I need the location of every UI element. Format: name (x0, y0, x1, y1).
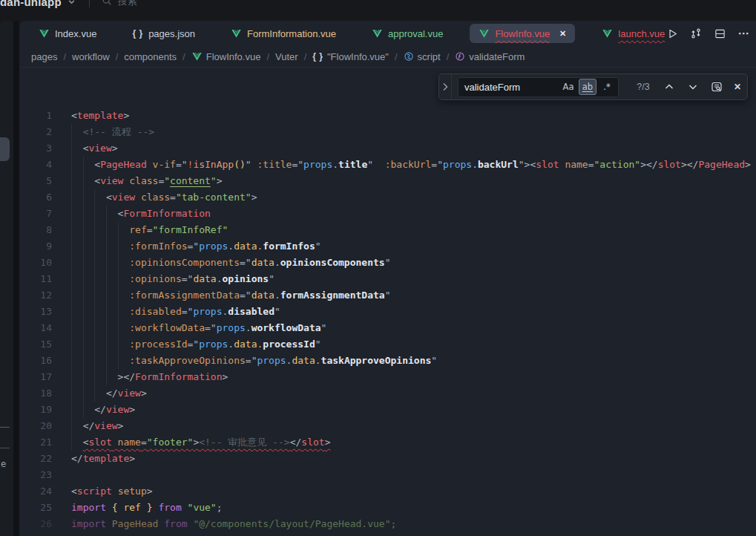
breadcrumb-item-workflow[interactable]: workflow (72, 51, 110, 62)
breadcrumb-item--flowinfo-vue-[interactable]: { }"FlowInfo.vue" (312, 51, 389, 62)
indent-guide (94, 189, 95, 206)
tab-flowinfo-vue[interactable]: FlowInfo.vue✕ (470, 24, 575, 43)
indent-guide (83, 222, 84, 238)
regex-icon[interactable]: .* (598, 79, 616, 95)
prev-match-icon[interactable] (662, 79, 677, 94)
code-line: 18</view> (19, 385, 756, 402)
indent-guide (71, 369, 72, 385)
indent-guide (118, 353, 119, 369)
tab-label: launch.vue (618, 28, 665, 39)
indent-guide (83, 385, 84, 402)
indent-guide (71, 238, 72, 255)
code-line: 7<FormInformation (19, 206, 756, 222)
whole-word-icon[interactable]: ab (579, 79, 596, 95)
code-line: 19</view> (19, 402, 756, 418)
code-line: 10:opinionsComponents="data.opinionsComp… (19, 255, 756, 271)
indent-guide (71, 189, 72, 206)
vue-icon (479, 28, 490, 39)
breadcrumb-item-pages[interactable]: pages (31, 51, 57, 62)
find-expand-icon[interactable] (439, 74, 452, 99)
indent-guide (118, 304, 119, 320)
project-name[interactable]: dan-uniapp (0, 0, 62, 8)
vue-icon (39, 28, 50, 39)
code-line: 5<view class="content"> (19, 173, 756, 189)
code-line: 17></FormInformation> (19, 369, 756, 385)
breadcrumb-label: Vuter (275, 51, 298, 62)
indent-guide (83, 320, 84, 336)
tab-forminformation-vue[interactable]: FormInformation.vue (222, 24, 345, 43)
line-number: 18 (19, 385, 55, 402)
code-area: 1<template>2<!-- 流程 -->3<view>4<PageHead… (19, 68, 756, 532)
code-line: 16:taskApproveOpinions="props.data.taskA… (19, 353, 756, 369)
indent-guide (94, 271, 95, 287)
more-icon[interactable]: ⋯ (737, 27, 750, 40)
chevron-down-icon[interactable] (68, 0, 76, 6)
tab-index-vue[interactable]: Index.vue (30, 24, 105, 43)
breadcrumb-label: pages (31, 51, 57, 62)
breadcrumb-item-components[interactable]: components (124, 51, 177, 62)
code-line: 21<slot name="footer"><!-- 审批意见 --></slo… (19, 434, 756, 451)
line-number: 16 (19, 353, 55, 369)
error-underline: <slot name="footer"><!-- 审批意见 --></slot> (83, 437, 331, 448)
breadcrumb-label: FlowInfo.vue (206, 51, 261, 62)
line-content: </template> (71, 451, 135, 467)
indent-guide (71, 124, 72, 140)
breadcrumb-item-vuter[interactable]: Vuter (275, 51, 298, 62)
tab-approval-vue[interactable]: approval.vue (363, 24, 452, 43)
breadcrumb-item-flowinfo-vue[interactable]: FlowInfo.vue (191, 51, 261, 62)
indent-guide (71, 304, 72, 320)
indent-guide (94, 238, 95, 255)
close-icon[interactable]: ✕ (730, 79, 745, 94)
code-line: 1<template> (19, 108, 756, 124)
indent-guide (83, 271, 84, 287)
line-number: 4 (19, 157, 55, 173)
tab-label: approval.vue (388, 28, 443, 39)
tab-pages-json[interactable]: { }pages.json (123, 24, 204, 43)
line-number: 5 (19, 173, 55, 189)
line-content: </view> (71, 418, 123, 434)
rail-handle[interactable] (0, 137, 10, 161)
line-number: 11 (19, 271, 55, 287)
line-number: 23 (19, 467, 55, 483)
indent-guide (94, 320, 95, 336)
vue-icon (231, 28, 242, 39)
indent-guide (83, 287, 84, 304)
run-icon[interactable] (665, 27, 679, 40)
breadcrumb-label: "FlowInfo.vue" (327, 51, 389, 62)
next-match-icon[interactable] (686, 79, 700, 94)
line-content: <script setup> (71, 483, 153, 500)
match-case-icon[interactable]: Aa (559, 79, 577, 95)
line-content: ref="formInfoRef" (71, 222, 228, 238)
line-content: <slot name="footer"><!-- 审批意见 --></slot> (71, 434, 330, 451)
line-number: 24 (19, 483, 55, 500)
breadcrumb-item-script[interactable]: script (404, 51, 441, 62)
indent-guide (106, 353, 107, 369)
find-in-selection-icon[interactable] (709, 79, 724, 94)
split-editor-icon[interactable] (713, 27, 726, 40)
indent-guide (83, 255, 84, 271)
indent-guide (83, 402, 84, 418)
breadcrumb-item-validateform[interactable]: validateForm (455, 51, 525, 62)
clipped-panel-text: e (1, 459, 6, 469)
sync-icon[interactable] (689, 27, 703, 40)
line-number: 7 (19, 206, 55, 222)
breadcrumb-separator: / (395, 51, 398, 62)
indent-guide (118, 287, 119, 304)
indent-guide (94, 304, 95, 320)
close-icon[interactable]: ✕ (559, 30, 566, 38)
find-input[interactable] (458, 82, 558, 93)
code-line: 14:workflowData="props.workflowData" (19, 320, 756, 336)
tab-launch-vue[interactable]: launch.vue (593, 24, 674, 43)
code-line: 11:opinions="data.opinions" (19, 271, 756, 287)
breadcrumb-label: validateForm (469, 51, 525, 62)
editor-actions: ⋯ (665, 21, 752, 46)
indent-guide (83, 238, 84, 255)
global-search[interactable]: 搜索 (102, 0, 137, 8)
line-content: <FormInformation (71, 206, 211, 222)
breadcrumb-separator: / (266, 51, 269, 62)
search-placeholder: 搜索 (118, 0, 137, 8)
line-content: </view> (71, 385, 147, 402)
line-number: 8 (19, 222, 55, 238)
find-input-box: Aaab.* (458, 77, 619, 97)
json-braces-icon: { } (312, 51, 323, 62)
